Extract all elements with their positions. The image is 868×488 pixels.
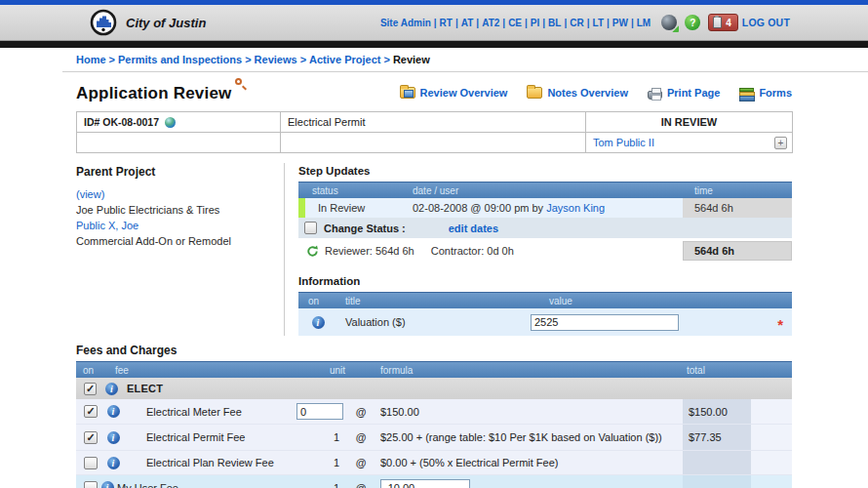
app-window: City of Justin Site Admin|RT|AT|AT2|CE|P… [0, 0, 868, 488]
application-id: ID# OK-08-0017 [84, 116, 159, 128]
info-icon[interactable] [312, 316, 325, 329]
topnav-link-pi[interactable]: PI [530, 18, 540, 28]
fee-formula-input[interactable] [380, 479, 470, 488]
information-value-cell: * [523, 314, 792, 331]
topnav-link-bl[interactable]: BL [547, 18, 562, 28]
topnav-separator: | [500, 18, 507, 28]
magnifier-icon[interactable] [235, 78, 242, 85]
durations-text: Reviewer: 564d 6h Contractor: 0d 0h [325, 245, 514, 257]
info-icon[interactable] [107, 431, 120, 444]
step-status: In Review [305, 202, 400, 214]
brand-title: City of Justin [126, 16, 206, 30]
edit-dates-link[interactable]: edit dates [449, 223, 498, 234]
topnav-link-rt[interactable]: RT [439, 18, 454, 28]
breadcrumb-separator: > [380, 54, 392, 65]
fee-row-end-cell [751, 475, 792, 488]
info-icon[interactable] [107, 457, 120, 469]
step-updates-heading: Step Updates [298, 165, 792, 177]
breadcrumb-divider [62, 71, 868, 72]
topnav-link-pw[interactable]: PW [612, 18, 629, 28]
step-update-row: In Review 02-08-2008 @ 09:00 pm by Jayso… [298, 198, 792, 218]
fee-name: My User Fee [117, 482, 293, 488]
valuation-input[interactable] [531, 314, 679, 331]
review-panel: Step Updates status date / user time In … [285, 163, 792, 336]
breadcrumb-link-active-project[interactable]: Active Project [309, 54, 380, 65]
notes-overview-icon [527, 87, 542, 99]
status-marker [298, 198, 305, 218]
information-section: Information on title value Valuation ($)… [298, 275, 792, 336]
topnav-separator: | [432, 18, 439, 28]
fee-checkbox[interactable] [84, 481, 98, 488]
logout-link[interactable]: LOG OUT [742, 17, 790, 28]
fee-checkbox[interactable] [84, 405, 98, 418]
fee-checkbox[interactable] [84, 431, 98, 444]
at-symbol: @ [349, 482, 373, 488]
parent-project-contact-link[interactable]: Public X, Joe [76, 220, 138, 231]
parent-project-type: Commercial Add-On or Remodel [76, 234, 284, 248]
notes-overview-link[interactable]: Notes Overview [527, 87, 628, 99]
topnav-separator: | [540, 18, 547, 28]
topnav-link-at2[interactable]: AT2 [481, 18, 500, 28]
world-clock-icon[interactable] [661, 15, 677, 30]
clipboard-icon [713, 17, 722, 28]
step-time: 564d 6h [683, 198, 792, 218]
col-on: on [76, 365, 115, 376]
task-count: 4 [726, 18, 731, 28]
fee-total: $150.00 [683, 399, 751, 424]
fee-group-checkbox[interactable] [84, 383, 97, 395]
summary-type-cell: Electrical Permit [281, 112, 586, 133]
fee-name: Electrical Meter Fee [129, 406, 293, 418]
page-title: Application Review [76, 84, 231, 103]
fee-name: Electrical Plan Review Fee [129, 457, 293, 468]
print-page-link[interactable]: Print Page [648, 87, 720, 99]
assignee-link[interactable]: Tom Public II [593, 137, 654, 148]
action-label: Review Overview [420, 87, 508, 99]
topnav-link-lm[interactable]: LM [636, 18, 651, 28]
add-assignee-button[interactable]: + [774, 137, 787, 149]
fee-checkbox[interactable] [84, 457, 98, 469]
city-logo-icon [90, 9, 117, 36]
tasks-badge[interactable]: 4 [708, 14, 738, 31]
globe-icon[interactable] [165, 117, 176, 128]
topnav-link-ce[interactable]: CE [507, 18, 523, 28]
parent-project-view-link[interactable]: (view) [76, 188, 104, 200]
summary-row-2: Tom Public II + [77, 133, 793, 153]
site-header: City of Justin Site Admin|RT|AT|AT2|CE|P… [0, 5, 868, 41]
fee-unit: 1 [293, 431, 349, 443]
at-symbol: @ [349, 457, 373, 468]
parent-project-heading: Parent Project [76, 165, 284, 179]
info-icon[interactable] [107, 405, 120, 418]
step-user-link[interactable]: Jayson King [546, 202, 605, 214]
help-icon[interactable] [685, 15, 700, 30]
breadcrumb-current: Review [393, 54, 430, 65]
review-overview-link[interactable]: Review Overview [400, 87, 508, 99]
change-status-checkbox[interactable] [304, 222, 317, 234]
topnav-link-at[interactable]: AT [460, 18, 475, 28]
breadcrumb-link-reviews[interactable]: Reviews [255, 54, 297, 65]
col-time: time [683, 185, 792, 196]
page-content: Home>Permits and Inspections>Reviews>Act… [0, 54, 868, 488]
topnav-link-site-admin[interactable]: Site Admin [379, 18, 432, 28]
info-icon[interactable] [105, 383, 118, 395]
fees-section: Fees and Charges on fee unit formula tot… [76, 344, 792, 488]
topnav-separator: | [474, 18, 481, 28]
forms-link[interactable]: Forms [739, 87, 792, 99]
col-value: value [523, 296, 792, 306]
topnav-link-cr[interactable]: CR [569, 18, 584, 28]
required-asterisk: * [777, 320, 783, 330]
parent-project-company: Joe Public Electricians & Tires [76, 203, 284, 217]
action-label: Forms [759, 87, 792, 99]
topnav-link-lt[interactable]: LT [592, 18, 605, 28]
breadcrumb-link-permits-and-inspections[interactable]: Permits and Inspections [118, 54, 242, 65]
fee-unit: 1 [293, 457, 349, 468]
step-updates-table: status date / user time In Review 02-08-… [298, 182, 792, 264]
fee-formula: $150.00 [373, 406, 683, 418]
col-fee: fee [115, 365, 293, 376]
breadcrumb-link-home[interactable]: Home [76, 54, 106, 65]
fee-unit-input[interactable] [296, 403, 343, 420]
col-unit: unit [293, 365, 349, 376]
information-header: on title value [298, 292, 792, 308]
info-icon[interactable] [101, 481, 114, 488]
fees-heading: Fees and Charges [76, 344, 792, 357]
col-date-user: date / user [400, 185, 683, 196]
